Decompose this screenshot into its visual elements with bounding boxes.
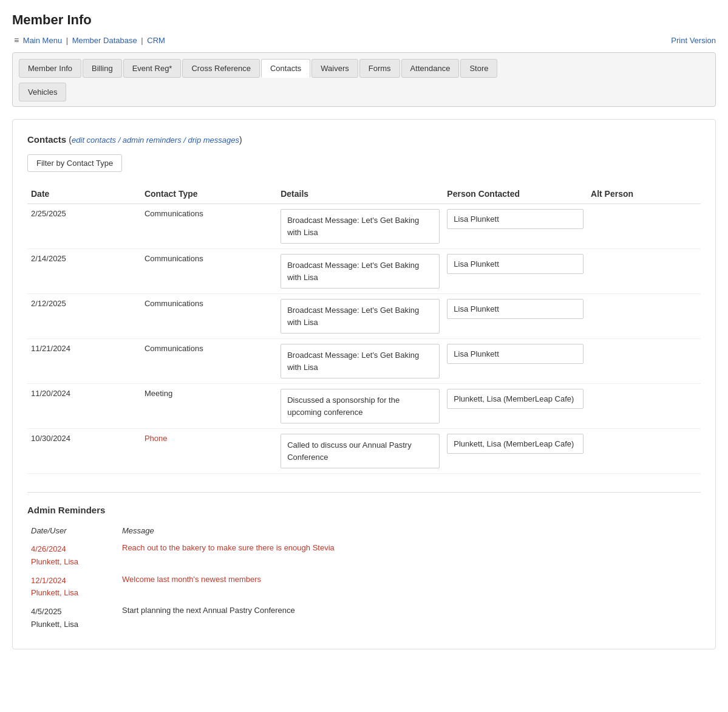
contact-details: Called to discuss our Annual Pastry Conf…: [277, 429, 443, 474]
tab-event-reg-[interactable]: Event Reg*: [123, 59, 182, 78]
person-contacted: Plunkett, Lisa (MemberLeap Cafe): [443, 384, 587, 429]
section-divider: [27, 492, 701, 493]
contact-date: 11/21/2024: [27, 339, 141, 384]
person-contacted: Lisa Plunkett: [443, 339, 587, 384]
contact-details: Broadcast Message: Let's Get Baking with…: [277, 204, 443, 249]
admin-date-user: 12/1/2024Plunkett, Lisa: [27, 572, 118, 603]
person-box: Lisa Plunkett: [447, 254, 583, 274]
contact-type: Phone: [141, 429, 277, 474]
tabs-row-2: Vehicles: [19, 83, 709, 101]
table-row: 2/25/2025CommunicationsBroadcast Message…: [27, 204, 701, 249]
contact-type: Meeting: [141, 384, 277, 429]
detail-box: Called to discuss our Annual Pastry Conf…: [281, 434, 440, 468]
admin-date-user: 4/26/2024Plunkett, Lisa: [27, 540, 118, 572]
list-item: 4/26/2024Plunkett, LisaReach out to the …: [27, 540, 701, 572]
contacts-section-title: Contacts (edit contacts / admin reminder…: [27, 134, 701, 145]
print-version-link[interactable]: Print Version: [671, 36, 716, 45]
detail-box: Broadcast Message: Let's Get Baking with…: [281, 344, 440, 378]
tab-cross-reference[interactable]: Cross Reference: [182, 59, 260, 78]
alt-person: [587, 384, 701, 429]
list-item: 4/5/2025Plunkett, LisaStart planning the…: [27, 603, 701, 634]
col-header-details: Details: [277, 184, 443, 204]
table-row: 11/21/2024CommunicationsBroadcast Messag…: [27, 339, 701, 384]
contact-date: 2/12/2025: [27, 294, 141, 339]
admin-date-user: 4/5/2025Plunkett, Lisa: [27, 603, 118, 634]
table-row: 10/30/2024PhoneCalled to discuss our Ann…: [27, 429, 701, 474]
tab-forms[interactable]: Forms: [359, 59, 400, 78]
contact-date: 10/30/2024: [27, 429, 141, 474]
contacts-table: Date Contact Type Details Person Contact…: [27, 184, 701, 474]
admin-message: Welcome last month's newest members: [118, 572, 701, 603]
tabs-container: Member InfoBillingEvent Reg*Cross Refere…: [12, 52, 716, 107]
filter-by-contact-type-button[interactable]: Filter by Contact Type: [27, 154, 122, 172]
col-header-alt-person: Alt Person: [587, 184, 701, 204]
alt-person: [587, 294, 701, 339]
tab-contacts[interactable]: Contacts: [261, 59, 310, 78]
person-box: Lisa Plunkett: [447, 344, 583, 364]
nav-bar: ≡ Main Menu | Member Database | CRM Prin…: [12, 35, 716, 45]
contact-type: Communications: [141, 204, 277, 249]
tab-attendance[interactable]: Attendance: [401, 59, 460, 78]
alt-person: [587, 249, 701, 294]
admin-message: Reach out to the bakery to make sure the…: [118, 540, 701, 572]
admin-reminders-title: Admin Reminders: [27, 505, 701, 515]
content-area: Contacts (edit contacts / admin reminder…: [12, 119, 716, 649]
person-box: Plunkett, Lisa (MemberLeap Cafe): [447, 434, 583, 454]
admin-col-date-user: Date/User: [27, 524, 118, 540]
contact-date: 2/25/2025: [27, 204, 141, 249]
nav-member-database[interactable]: Member Database: [72, 36, 137, 45]
detail-box: Broadcast Message: Let's Get Baking with…: [281, 299, 440, 334]
tab-waivers[interactable]: Waivers: [311, 59, 358, 78]
page-title: Member Info: [12, 12, 716, 28]
tab-store[interactable]: Store: [460, 59, 497, 78]
person-contacted: Lisa Plunkett: [443, 294, 587, 339]
tab-billing[interactable]: Billing: [83, 59, 122, 78]
table-row: 11/20/2024MeetingDiscussed a sponsorship…: [27, 384, 701, 429]
detail-box: Discussed a sponsorship for the upcoming…: [281, 389, 440, 423]
admin-reminders-table: Date/User Message 4/26/2024Plunkett, Lis…: [27, 524, 701, 634]
nav-main-menu[interactable]: Main Menu: [23, 36, 62, 45]
contact-details: Broadcast Message: Let's Get Baking with…: [277, 294, 443, 339]
detail-box: Broadcast Message: Let's Get Baking with…: [281, 254, 440, 289]
contact-date: 2/14/2025: [27, 249, 141, 294]
alt-person: [587, 429, 701, 474]
person-box: Lisa Plunkett: [447, 299, 583, 319]
col-header-date: Date: [27, 184, 141, 204]
admin-reminders-section: Admin Reminders Date/User Message 4/26/2…: [27, 505, 701, 634]
person-contacted: Plunkett, Lisa (MemberLeap Cafe): [443, 429, 587, 474]
col-header-person-contacted: Person Contacted: [443, 184, 587, 204]
contact-details: Broadcast Message: Let's Get Baking with…: [277, 339, 443, 384]
contact-type: Communications: [141, 249, 277, 294]
detail-box: Broadcast Message: Let's Get Baking with…: [281, 209, 440, 244]
contact-type: Communications: [141, 294, 277, 339]
col-header-contact-type: Contact Type: [141, 184, 277, 204]
table-row: 2/12/2025CommunicationsBroadcast Message…: [27, 294, 701, 339]
table-row: 2/14/2025CommunicationsBroadcast Message…: [27, 249, 701, 294]
admin-col-message: Message: [118, 524, 701, 540]
contact-type: Communications: [141, 339, 277, 384]
alt-person: [587, 204, 701, 249]
tab-member-info[interactable]: Member Info: [19, 59, 81, 78]
person-box: Plunkett, Lisa (MemberLeap Cafe): [447, 389, 583, 409]
contact-date: 11/20/2024: [27, 384, 141, 429]
person-contacted: Lisa Plunkett: [443, 249, 587, 294]
admin-message: Start planning the next Annual Pastry Co…: [118, 603, 701, 634]
tabs-row-1: Member InfoBillingEvent Reg*Cross Refere…: [19, 59, 709, 78]
person-contacted: Lisa Plunkett: [443, 204, 587, 249]
alt-person: [587, 339, 701, 384]
hamburger-icon: ≡: [14, 35, 19, 45]
edit-contacts-link[interactable]: edit contacts / admin reminders / drip m…: [72, 135, 239, 145]
contact-details: Discussed a sponsorship for the upcoming…: [277, 384, 443, 429]
nav-crm[interactable]: CRM: [147, 36, 165, 45]
contact-details: Broadcast Message: Let's Get Baking with…: [277, 249, 443, 294]
tab-vehicles[interactable]: Vehicles: [19, 83, 66, 101]
person-box: Lisa Plunkett: [447, 209, 583, 229]
list-item: 12/1/2024Plunkett, LisaWelcome last mont…: [27, 572, 701, 603]
